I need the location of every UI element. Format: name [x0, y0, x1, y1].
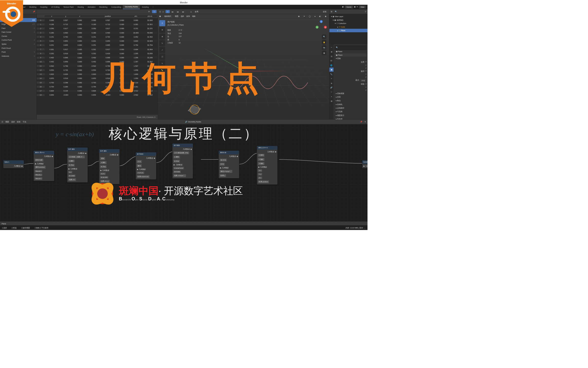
node-menu-item[interactable]: 节点: [23, 121, 26, 123]
pin-icon[interactable]: 📌: [33, 10, 35, 13]
sidebar-item[interactable]: Control Point0: [0, 38, 36, 42]
tab-geometry-nodes[interactable]: Geometry Nodes: [123, 5, 140, 9]
select-mode-icon[interactable]: ▯: [166, 10, 170, 13]
tab-shading[interactable]: Shading: [76, 5, 86, 9]
prop-tab-modifier-icon[interactable]: 🔧: [329, 72, 334, 76]
node[interactable]: 数学属性几何数据 ◉相加A 属性B 浮点◉ 几何数据A a*xB 32.000结…: [99, 149, 120, 184]
viewport-menu-item[interactable]: 选择: [181, 15, 184, 17]
node[interactable]: 属性合并XYZ几何数据 ◉X 属性Y 属性Z 属性◉ 几何数据X xY yZ z…: [257, 146, 277, 185]
funnel-icon[interactable]: ▽: [152, 10, 157, 13]
blender-logo-icon: blender: [0, 0, 23, 27]
navigation-gizmo[interactable]: X Y Z: [316, 20, 327, 31]
prop-tab-world-icon[interactable]: 🌐: [329, 63, 334, 67]
zoom-icon[interactable]: 🔍: [322, 34, 326, 39]
tab-rendering[interactable]: Rendering: [97, 5, 109, 9]
scene-selector[interactable]: Scene: [345, 6, 353, 8]
view-layer-selector[interactable]: View: [359, 6, 366, 8]
transform-tool-icon[interactable]: ◫: [159, 54, 165, 60]
viewport-options[interactable]: 选项: [321, 10, 328, 13]
node[interactable]: 属性转换几何数据 ◉域 自动自动◉ 几何数据属性 c*sin(a*…结果 y: [218, 151, 239, 178]
node[interactable]: 组输出◉ 几何数据: [362, 160, 368, 168]
sidebar-item[interactable]: Point Cloud: [0, 46, 36, 50]
editor-type-icon[interactable]: ◫: [2, 121, 3, 123]
prop-tab-mesh-icon[interactable]: ▽: [329, 90, 334, 94]
move-tool-icon[interactable]: ✥: [159, 33, 165, 40]
node[interactable]: 属性分离XYZ几何数据 ◉类型 矢量◉ 几何数据属性 positionResul…: [33, 151, 54, 181]
sidebar-item[interactable]: Spline0: [0, 42, 36, 46]
sel2-icon[interactable]: ▬: [170, 10, 175, 13]
3d-viewport[interactable]: ◫ ▭ ▯ ▬ ▬ ▬ ◬ 全局 选项 ▣ 物体模式 视图选择添加物体 ◉ ✦ …: [158, 9, 329, 119]
prop-tab-texture-icon[interactable]: ▦: [329, 99, 334, 103]
nodetree-selector[interactable]: 🔗 Geometry Nodes: [183, 120, 203, 123]
editor-type-icon[interactable]: ◫: [159, 10, 161, 13]
tab-uv-editing[interactable]: UV Editing: [49, 5, 61, 9]
outliner-collection[interactable]: ▾ ☐ Collection: [329, 22, 368, 25]
sel4-icon[interactable]: ▬: [181, 10, 186, 13]
annotate-tool-icon[interactable]: ✎: [159, 60, 165, 66]
prop-tab-scene-icon[interactable]: 🖼: [329, 59, 334, 63]
cursor-icon[interactable]: ▭: [162, 10, 164, 13]
sidebar-item[interactable]: Face Corner0: [0, 30, 36, 34]
outliner-item-plane[interactable]: ▸ ▽ Plane: [329, 29, 368, 32]
prop-tab-particle-icon[interactable]: ✦: [329, 76, 334, 80]
gizmo-icon[interactable]: ✦: [302, 15, 307, 18]
prop-tab-material-icon[interactable]: ●: [329, 94, 334, 98]
viewport-menu-item[interactable]: 添加: [186, 15, 190, 17]
shading-matprev-icon[interactable]: ◐: [318, 15, 323, 18]
node-menu-item[interactable]: 选择: [11, 121, 15, 123]
prop-tab-object-icon[interactable]: ▣: [329, 67, 334, 72]
sel3-icon[interactable]: ▬: [175, 10, 180, 13]
filter-icon[interactable]: ⟳: [147, 10, 151, 13]
measure-tool-icon[interactable]: 📏: [159, 67, 165, 73]
shading-solid-icon[interactable]: ●: [313, 15, 317, 18]
shading-wire-icon[interactable]: ◯: [307, 15, 312, 18]
sidebar-item[interactable]: Instances0: [0, 54, 36, 58]
editor-type-icon[interactable]: ☰: [331, 10, 332, 13]
node[interactable]: 组输入几何数据 ◉: [3, 160, 24, 168]
pan-icon[interactable]: ✋: [322, 40, 326, 44]
filter-icon[interactable]: ▽: [365, 10, 366, 13]
select-tool-icon[interactable]: ▯: [159, 20, 165, 26]
node[interactable]: 数学属性几何数据 ◉正弦属性◉ 几何数据A a*x+b结果 sin(a*x+b): [136, 152, 156, 180]
node[interactable]: 数学属性几何数据 ◉正片叠底（相乘·A*…A 属性B 浮点◉ 几何数据A xB …: [67, 147, 88, 183]
shading-rendered-icon[interactable]: ◉: [323, 15, 328, 18]
outliner-scene-collection[interactable]: ▾ ▣ 场景集合: [329, 18, 368, 22]
scale-tool-icon[interactable]: ⤢: [159, 47, 165, 53]
prop-tab-render-icon[interactable]: ≡: [329, 45, 334, 49]
prop-tab-physics-icon[interactable]: ◉: [329, 81, 334, 85]
node[interactable]: 数学属性几何数据 ◉正片叠底(相乘 A*B)A 属性B 浮点◉ 几何数据A si…: [172, 143, 193, 179]
tab-animation[interactable]: Animation: [86, 5, 97, 9]
mode-icon[interactable]: ▣: [159, 15, 161, 17]
prop-tab-viewlayer-icon[interactable]: ▤: [329, 54, 334, 58]
overlays-icon[interactable]: ◉: [296, 15, 301, 18]
perspective-icon[interactable]: ▦: [322, 51, 326, 55]
sidebar-item[interactable]: Curves: [0, 34, 36, 38]
sidebar-item[interactable]: Point0: [0, 50, 36, 54]
close-icon[interactable]: ✕: [364, 121, 366, 123]
orientation-selector[interactable]: 全局: [193, 10, 200, 13]
mode-selector[interactable]: 物体模式: [163, 15, 173, 18]
prop-tab-constraint-icon[interactable]: 🔗: [329, 85, 334, 89]
layers-icon[interactable]: ◧: [342, 6, 344, 8]
new-scene-icon[interactable]: ▣: [354, 6, 356, 8]
node-menu-item[interactable]: 添加: [17, 121, 20, 123]
prop-tab-output-icon[interactable]: ▣: [329, 50, 334, 54]
viewport-menu-item[interactable]: 物体: [192, 15, 196, 17]
addcube-tool-icon[interactable]: ▣: [159, 74, 165, 80]
outliner-item-cube[interactable]: ▸ ▽ Cube: [329, 25, 368, 29]
node-menu-item[interactable]: 视图: [5, 121, 9, 123]
tab-modeling[interactable]: Modeling: [27, 5, 38, 9]
tab-compositing[interactable]: Compositing: [109, 5, 123, 9]
cursor-tool-icon[interactable]: ⊕: [159, 27, 165, 33]
delete-scene-icon[interactable]: ✕: [357, 6, 358, 8]
rotate-tool-icon[interactable]: ↻: [159, 40, 165, 47]
pin-icon[interactable]: 📌: [360, 121, 362, 123]
viewport-menu-item[interactable]: 视图: [175, 15, 178, 17]
node-editor[interactable]: ◫ 视图选择添加节点 🔗 Geometry Nodes 📌 ✕ 组输入几何数据 …: [0, 120, 368, 226]
outliner-root[interactable]: ▾ ▣ View Layer: [329, 15, 368, 18]
tab-sculpting[interactable]: Sculpting: [38, 5, 49, 9]
tab-texture-paint[interactable]: Texture Paint: [62, 5, 76, 9]
tab-scripting[interactable]: Scripting: [140, 5, 151, 9]
add-workspace-icon[interactable]: +: [151, 6, 155, 8]
camera-icon[interactable]: 📷: [322, 45, 326, 50]
